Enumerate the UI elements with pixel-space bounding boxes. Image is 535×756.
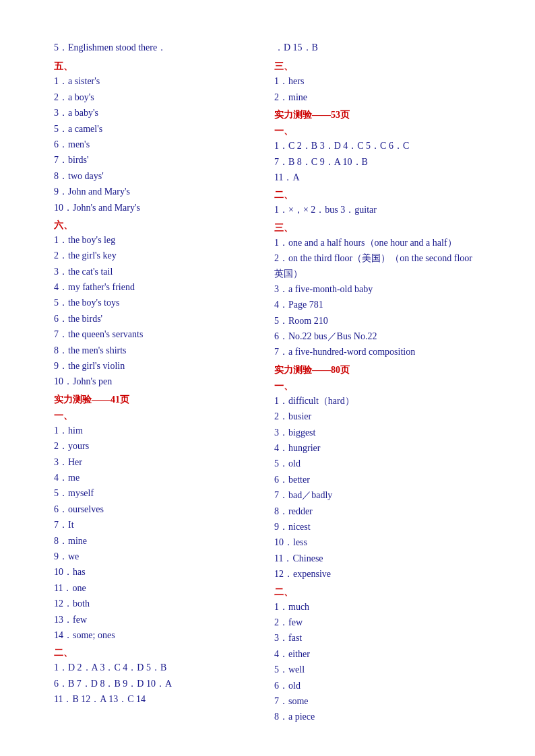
- list-item: 8．mine: [54, 534, 261, 549]
- list-item: 6．No.22 bus／Bus No.22: [274, 329, 481, 344]
- list-item: 5．a camel's: [54, 122, 261, 137]
- list-item: 5．old: [274, 456, 481, 471]
- list-item: 7．some: [274, 694, 481, 709]
- list-item: 10．less: [274, 535, 481, 550]
- col-right: ．D 15．B 三、1．hers2．mine实力测验——53页一、1．C 2．B…: [274, 40, 481, 726]
- section-header: 六、: [54, 219, 261, 232]
- section-header: 三、: [274, 61, 481, 73]
- list-item: 3．a baby's: [54, 106, 261, 121]
- list-item: 1．one and a half hours（one hour and a ha…: [274, 236, 481, 250]
- list-item: 2．mine: [274, 90, 481, 105]
- list-item: 6．better: [274, 473, 481, 487]
- list-item: 8．two days': [54, 169, 261, 184]
- list-item: 11．Chinese: [274, 551, 481, 566]
- section-header: 实力测验——41页: [54, 394, 261, 406]
- section-header: 二、: [274, 586, 481, 598]
- list-item: 5．well: [274, 662, 481, 677]
- left-sections: 五、1．a sister's2．a boy's3．a baby's5．a cam…: [54, 61, 261, 707]
- list-item: 5．myself: [54, 486, 261, 501]
- list-item: 9．the girl's violin: [54, 359, 261, 374]
- list-item: 7．bad／badly: [274, 488, 481, 503]
- list-item: 7．B 8．C 9．A 10．B: [274, 155, 481, 170]
- page-content: 5．Englishmen stood there． 五、1．a sister's…: [54, 40, 481, 726]
- list-item: 7．birds': [54, 153, 261, 168]
- section-header: 一、: [274, 380, 481, 392]
- list-item: 1．difficult（hard）: [274, 394, 481, 409]
- list-item: 1．much: [274, 600, 481, 615]
- list-item: 7．a five-hundred-word composition: [274, 345, 481, 359]
- list-item: 6．men's: [54, 137, 261, 152]
- section-header: 二、: [274, 189, 481, 201]
- list-item: 4．either: [274, 647, 481, 662]
- list-item: 3．Her: [54, 455, 261, 470]
- list-item: 2．on the third floor（美国）（on the second f…: [274, 251, 481, 281]
- list-item: 2．few: [274, 615, 481, 630]
- right-sections: 三、1．hers2．mine实力测验——53页一、1．C 2．B 3．D 4．C…: [274, 61, 481, 724]
- list-item: 1．×，× 2．bus 3．guitar: [274, 203, 481, 217]
- list-item: 11．one: [54, 581, 261, 596]
- section-header: 三、: [274, 222, 481, 234]
- list-item: 11．A: [274, 170, 481, 185]
- col-left: 5．Englishmen stood there． 五、1．a sister's…: [54, 40, 261, 726]
- list-item: 7．the queen's servants: [54, 327, 261, 342]
- list-item: 6．B 7．D 8．B 9．D 10．A: [54, 677, 261, 691]
- list-item: 6．ourselves: [54, 502, 261, 517]
- list-item: 1．him: [54, 423, 261, 438]
- list-item: 1．C 2．B 3．D 4．C 5．C 6．C: [274, 139, 481, 153]
- section-header: 实力测验——80页: [274, 364, 481, 376]
- section-header: 五、: [54, 61, 261, 73]
- list-item: 2．the girl's key: [54, 248, 261, 263]
- top-line-left: 5．Englishmen stood there．: [54, 40, 261, 55]
- list-item: 3．fast: [274, 631, 481, 646]
- list-item: 14．some; ones: [54, 628, 261, 643]
- list-item: 9．we: [54, 549, 261, 564]
- list-item: 7．It: [54, 518, 261, 532]
- list-item: 2．busier: [274, 409, 481, 424]
- list-item: 1．hers: [274, 74, 481, 89]
- list-item: 1．the boy's leg: [54, 233, 261, 248]
- list-item: 5．Room 210: [274, 314, 481, 329]
- list-item: 1．a sister's: [54, 74, 261, 89]
- list-item: 8．redder: [274, 504, 481, 519]
- list-item: 9．nicest: [274, 520, 481, 535]
- list-item: 8．the men's shirts: [54, 343, 261, 358]
- top-line-right: ．D 15．B: [274, 40, 481, 55]
- list-item: 4．hungrier: [274, 441, 481, 456]
- list-item: 4．me: [54, 471, 261, 485]
- list-item: 6．the birds': [54, 312, 261, 327]
- list-item: 10．John's and Mary's: [54, 201, 261, 215]
- list-item: 2．yours: [54, 439, 261, 454]
- section-header: 实力测验——53页: [274, 109, 481, 121]
- list-item: 4．Page 781: [274, 298, 481, 312]
- list-item: 13．few: [54, 613, 261, 627]
- list-item: 11．B 12．A 13．C 14: [54, 692, 261, 707]
- list-item: 8．a piece: [274, 710, 481, 724]
- list-item: 9．John and Mary's: [54, 184, 261, 199]
- list-item: 4．my father's friend: [54, 280, 261, 295]
- list-item: 10．has: [54, 565, 261, 580]
- list-item: 6．old: [274, 679, 481, 693]
- section-header: 一、: [54, 410, 261, 422]
- list-item: 12．expensive: [274, 567, 481, 582]
- list-item: 5．the boy's toys: [54, 296, 261, 310]
- list-item: 3．biggest: [274, 425, 481, 440]
- list-item: 3．the cat's tail: [54, 265, 261, 279]
- section-header: 一、: [274, 125, 481, 137]
- list-item: 10．John's pen: [54, 374, 261, 389]
- list-item: 1．D 2．A 3．C 4．D 5．B: [54, 660, 261, 675]
- list-item: 12．both: [54, 596, 261, 611]
- list-item: 3．a five-month-old baby: [274, 282, 481, 297]
- section-header: 二、: [54, 647, 261, 659]
- list-item: 2．a boy's: [54, 90, 261, 105]
